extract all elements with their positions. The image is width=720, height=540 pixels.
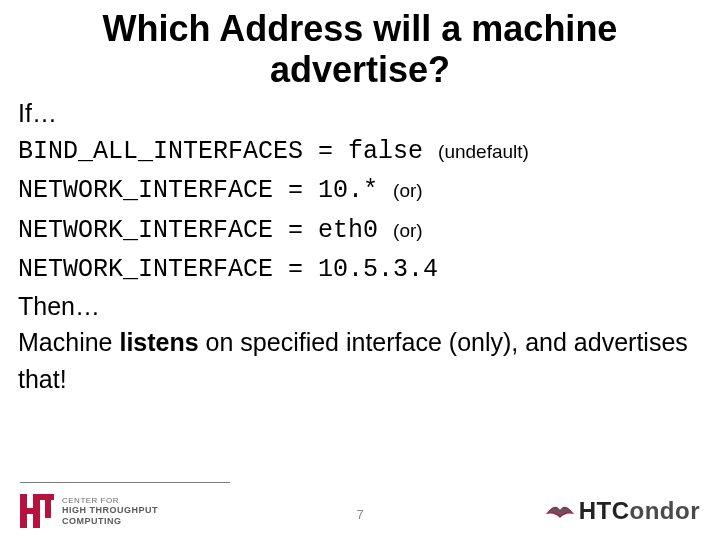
then-label: Then… [18,288,702,324]
condor-bird-icon [545,500,575,522]
config-line-2: NETWORK_INTERFACE = 10.* (or) [18,170,702,209]
chtc-logo: CENTER FOR HIGH THROUGHPUT COMPUTING [20,494,158,528]
chtc-line2: HIGH THROUGHPUT [62,505,158,515]
page-number: 7 [356,507,363,522]
config-line-4: NETWORK_INTERFACE = 10.5.3.4 [18,249,702,288]
code-text: NETWORK_INTERFACE = 10.5.3.4 [18,255,438,284]
slide: Which Address will a machine advertise? … [0,0,720,540]
htcondor-text: HTCondor [579,497,700,525]
code-text: NETWORK_INTERFACE = 10.* [18,176,393,205]
chtc-line3: COMPUTING [62,516,158,526]
note-text: (undefault) [438,141,529,162]
code-text: BIND_ALL_INTERFACES = false [18,137,438,166]
note-text: (or) [393,220,423,241]
chtc-line1: CENTER FOR [62,496,158,505]
code-text: NETWORK_INTERFACE = eth0 [18,216,393,245]
slide-title: Which Address will a machine advertise? [18,8,702,91]
if-label: If… [18,95,702,131]
config-line-1: BIND_ALL_INTERFACES = false (undefault) [18,131,702,170]
footer-rule [20,482,230,483]
chtc-mark-icon [20,494,54,528]
conclusion-text: Machine listens on specified interface (… [18,324,702,397]
note-text: (or) [393,180,423,201]
conclusion-part-a: Machine [18,328,119,356]
condor-ht: HTC [579,497,630,524]
chtc-text: CENTER FOR HIGH THROUGHPUT COMPUTING [62,496,158,526]
htcondor-logo: HTCondor [545,497,700,525]
body-block: If… BIND_ALL_INTERFACES = false (undefau… [18,95,702,397]
config-line-3: NETWORK_INTERFACE = eth0 (or) [18,210,702,249]
condor-rest: ondor [630,497,700,524]
conclusion-part-b: listens [119,328,198,356]
footer: CENTER FOR HIGH THROUGHPUT COMPUTING 7 H… [0,482,720,540]
